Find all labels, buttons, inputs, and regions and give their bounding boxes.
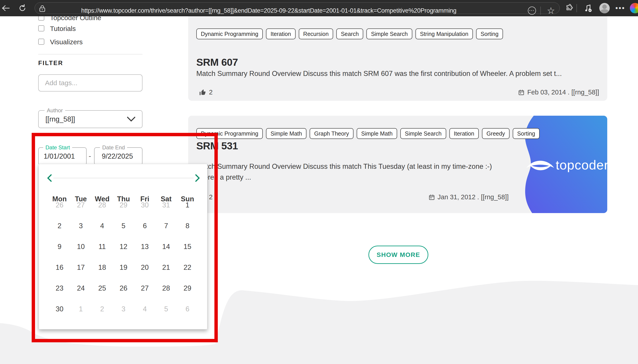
article-description-line1: Match Summary Round Overview Discuss thi… xyxy=(196,162,492,170)
favorite-star-icon[interactable]: ☆ xyxy=(546,2,555,19)
settings-meatballs-icon[interactable]: ••• xyxy=(615,0,626,16)
tag-pill[interactable]: Sorting xyxy=(476,28,503,39)
tag-row: Dynamic ProgrammingSimple MathGraph Theo… xyxy=(196,128,540,139)
url-text[interactable]: https://www.topcoder.com/thrive/search?a… xyxy=(81,2,456,19)
checkbox-tutorials[interactable] xyxy=(38,25,44,32)
author-label: Author xyxy=(45,107,65,114)
lock-icon xyxy=(39,5,45,12)
thumbs-up-icon xyxy=(199,89,206,96)
extensions-puzzle-icon[interactable] xyxy=(564,0,574,16)
article-footer: 2 Jan 31, 2012 . [[rng_58]] xyxy=(196,194,599,202)
show-more-button[interactable]: SHOW MORE xyxy=(369,246,428,264)
profile-avatar[interactable] xyxy=(599,0,610,16)
publish-date-text: Jan 31, 2012 . [[rng_58]] xyxy=(438,194,509,201)
tag-pill[interactable]: Sorting xyxy=(513,128,540,139)
article-card-srm607[interactable]: Dynamic ProgrammingIterationRecursionSea… xyxy=(188,11,607,101)
refresh-icon[interactable] xyxy=(17,0,28,16)
page: Dynamic ProgrammingIterationRecursionSea… xyxy=(0,0,638,364)
add-tags-input[interactable] xyxy=(38,74,142,92)
tag-pill[interactable]: Simple Math xyxy=(266,128,306,139)
copilot-icon[interactable] xyxy=(629,0,638,16)
sidebar-divider xyxy=(38,54,142,54)
back-icon[interactable] xyxy=(1,0,11,16)
tag-pill[interactable]: Dynamic Programming xyxy=(196,28,263,39)
article-title[interactable]: SRM 607 xyxy=(196,56,238,68)
tag-pill[interactable]: Simple Search xyxy=(400,128,446,139)
calendar-icon xyxy=(429,194,435,200)
filter-heading: FILTER xyxy=(38,60,63,67)
media-controls-icon[interactable] xyxy=(583,0,594,16)
publish-date-text: Feb 03, 2014 . [[rng_58]] xyxy=(527,88,599,96)
checkbox-label: Visualizers xyxy=(50,38,83,46)
tag-pill[interactable]: Simple Math xyxy=(357,128,397,139)
publish-date: Jan 31, 2012 . [[rng_58]] xyxy=(429,194,509,201)
tag-pill[interactable]: Recursion xyxy=(299,28,333,39)
article-card-srm531[interactable]: topcoder Dynamic ProgrammingSimple MathG… xyxy=(188,116,607,213)
tag-row: Dynamic ProgrammingIterationRecursionSea… xyxy=(196,28,503,39)
tag-pill[interactable]: Search xyxy=(336,28,363,39)
publish-date: Feb 03, 2014 . [[rng_58]] xyxy=(518,88,599,96)
toolbar-divider xyxy=(576,4,577,12)
tag-pill[interactable]: Iteration xyxy=(266,28,295,39)
checkbox-visualizers[interactable] xyxy=(38,39,44,45)
address-bar[interactable]: https://www.topcoder.com/thrive/search?a… xyxy=(35,2,560,14)
tag-pill[interactable]: Greedy xyxy=(482,128,510,139)
likes: 2 xyxy=(199,88,213,96)
tag-pill[interactable]: Simple Search xyxy=(366,28,412,39)
checkbox-label: Tutorials xyxy=(50,25,76,32)
tag-pill[interactable]: Iteration xyxy=(449,128,479,139)
likes-count: 2 xyxy=(209,88,213,96)
annotation-highlight-rectangle xyxy=(32,133,218,342)
author-dropdown[interactable]: Author [[rng_58]] xyxy=(38,110,142,128)
chevron-down-icon[interactable] xyxy=(127,116,136,122)
author-value: [[rng_58]] xyxy=(46,115,75,123)
tag-pill[interactable]: Graph Theory xyxy=(309,128,354,139)
browser-toolbar: https://www.topcoder.com/thrive/search?a… xyxy=(0,0,638,16)
topcoder-logo-text: topcoder xyxy=(556,158,607,172)
address-bar-divider xyxy=(540,6,541,15)
calendar-icon xyxy=(518,89,524,96)
article-description: Match Summary Round Overview Discuss thi… xyxy=(196,70,562,78)
tag-pill[interactable]: String Manipulation xyxy=(416,28,473,39)
more-options-dots-icon[interactable]: ··· xyxy=(527,2,536,19)
article-footer: 2 Feb 03, 2014 . [[rng_58]] xyxy=(196,88,599,98)
